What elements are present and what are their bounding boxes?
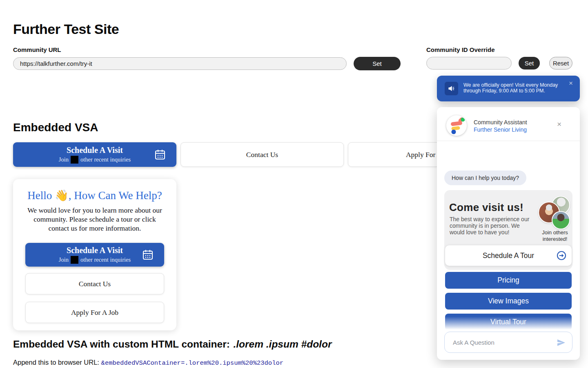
community-id-set-button[interactable]: Set xyxy=(519,57,540,70)
quick-action-virtual-tour[interactable]: Virtual Tour xyxy=(445,314,572,330)
card-contact-us-button[interactable]: Contact Us xyxy=(25,273,164,294)
schedule-visit-title: Schedule A Visit xyxy=(67,146,123,155)
community-id-input[interactable] xyxy=(426,57,512,70)
custom-container-selector: .lorem .ipsum #dolor xyxy=(233,339,332,350)
redaction-box xyxy=(71,156,78,164)
community-url-set-button[interactable]: Set xyxy=(354,57,401,70)
redaction-box xyxy=(71,256,78,264)
chat-widget: Community Assistant Further Senior Livin… xyxy=(437,107,580,360)
append-url-line: Append this to browser URL:&embeddedVSAC… xyxy=(13,359,283,367)
community-link[interactable]: Further Senior Living xyxy=(474,126,527,133)
page: Further Test Site Community URL Set Comm… xyxy=(0,0,588,368)
banner-close-icon[interactable]: × xyxy=(569,80,573,87)
send-plane-icon[interactable] xyxy=(556,338,566,348)
megaphone-icon xyxy=(445,82,458,95)
visit-card-body: The best way to experience our community… xyxy=(450,216,534,236)
contact-us-button[interactable]: Contact Us xyxy=(180,142,344,167)
community-url-input[interactable] xyxy=(13,57,347,70)
quick-action-pricing[interactable]: Pricing xyxy=(445,272,572,289)
schedule-visit-subtitle: Joinother recent inquiries xyxy=(59,156,131,164)
vsa-card: Hello 👋, How Can We Help? We would love … xyxy=(13,179,176,330)
announcement-banner: We are officially open! Visit every Mond… xyxy=(437,76,580,101)
arrow-circle-icon xyxy=(557,251,566,260)
card-schedule-visit-button[interactable]: Schedule A Visit Joinother recent inquir… xyxy=(25,243,164,267)
page-title: Further Test Site xyxy=(13,21,119,37)
visit-card-heading: Come visit us! xyxy=(449,201,523,214)
visit-card: Come visit us! The best way to experienc… xyxy=(444,190,572,270)
schedule-tour-button[interactable]: Schedule A Tour xyxy=(445,245,572,266)
widget-close-icon[interactable]: × xyxy=(557,120,561,128)
widget-header: Community Assistant Further Senior Livin… xyxy=(437,107,580,141)
append-url-code: &embeddedVSAContainer=.lorem%20.ipsum%20… xyxy=(101,359,283,367)
community-id-label: Community ID Override xyxy=(426,46,495,53)
calendar-icon xyxy=(154,148,166,161)
vsa-card-body: We would love for you to learn more abou… xyxy=(23,206,167,233)
greeting-bubble: How can I help you today? xyxy=(444,171,526,185)
embedded-vsa-heading: Embedded VSA xyxy=(13,121,98,134)
question-input-wrap xyxy=(444,332,572,353)
schedule-visit-button[interactable]: Schedule A Visit Joinother recent inquir… xyxy=(13,142,176,167)
append-url-label: Append this to browser URL: xyxy=(13,359,99,366)
calendar-icon xyxy=(142,249,154,261)
community-url-label: Community URL xyxy=(13,46,61,53)
community-id-reset-button[interactable]: Reset xyxy=(549,57,572,70)
quick-action-view-images[interactable]: View Images xyxy=(445,293,572,310)
avatar-photo-person xyxy=(552,211,570,229)
assistant-title: Community Assistant xyxy=(474,119,527,126)
card-apply-job-button[interactable]: Apply For A Job xyxy=(25,302,164,323)
question-input[interactable] xyxy=(445,332,572,352)
avatars-caption: Join others interested! xyxy=(530,229,580,243)
banner-text: We are officially open! Visit every Mond… xyxy=(463,82,566,94)
custom-container-heading: Embedded VSA with custom HTML container:… xyxy=(13,339,332,350)
vsa-card-heading: Hello 👋, How Can We Help? xyxy=(13,189,176,202)
further-logo-icon xyxy=(446,115,467,136)
